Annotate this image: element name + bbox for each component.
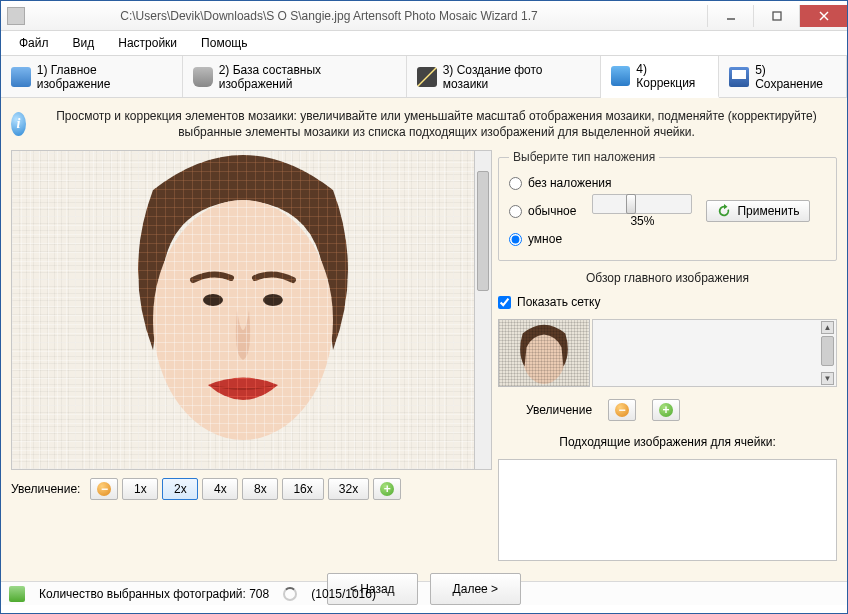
radio-label-normal: обычное (528, 204, 576, 218)
status-icon (9, 586, 25, 602)
radio-no-overlay[interactable] (509, 177, 522, 190)
radio-smart-overlay[interactable] (509, 233, 522, 246)
maximize-button[interactable] (753, 5, 799, 27)
minus-icon: − (615, 403, 629, 417)
minimize-button[interactable] (707, 5, 753, 27)
mosaic-preview[interactable] (11, 150, 475, 470)
loading-spinner-icon (283, 587, 297, 601)
image-icon (11, 67, 31, 87)
box-icon (611, 66, 631, 86)
minus-icon: − (97, 482, 111, 496)
show-grid-label: Показать сетку (517, 295, 601, 309)
apply-button[interactable]: Применить (706, 200, 810, 222)
scroll-down-icon[interactable]: ▼ (821, 372, 834, 385)
info-icon: i (11, 112, 26, 136)
overview-title: Обзор главного изображения (498, 271, 837, 285)
zoom-16x[interactable]: 16x (282, 478, 323, 500)
scroll-up-icon[interactable]: ▲ (821, 321, 834, 334)
database-icon (193, 67, 213, 87)
zoom-32x[interactable]: 32x (328, 478, 369, 500)
plus-icon: + (659, 403, 673, 417)
tab-main-image[interactable]: 1) Главное изображение (1, 56, 183, 97)
app-icon (7, 7, 25, 25)
matching-images-list[interactable] (498, 459, 837, 561)
close-button[interactable] (799, 5, 847, 27)
window-title: C:\Users\Devik\Downloads\S O S\angie.jpg… (31, 9, 707, 23)
overview-zoom-in[interactable]: + (652, 399, 680, 421)
overview-zoom-out[interactable]: − (608, 399, 636, 421)
menu-file[interactable]: Файл (9, 33, 59, 53)
zoom-in-button[interactable]: + (373, 478, 401, 500)
apply-label: Применить (737, 204, 799, 218)
zoom-out-button[interactable]: − (90, 478, 118, 500)
matching-title: Подходящие изображения для ячейки: (498, 435, 837, 449)
status-bar: Количество выбранных фотографий: 708 (10… (1, 581, 847, 605)
menu-bar: Файл Вид Настройки Помощь (1, 31, 847, 55)
tab-label: 5) Сохранение (755, 63, 836, 91)
overlay-slider[interactable] (592, 194, 692, 214)
zoom-8x[interactable]: 8x (242, 478, 278, 500)
wizard-tabs: 1) Главное изображение 2) База составных… (1, 55, 847, 98)
tab-correction[interactable]: 4) Коррекция (601, 56, 720, 98)
zoom-4x[interactable]: 4x (202, 478, 238, 500)
preview-scrollbar[interactable] (475, 150, 492, 470)
menu-settings[interactable]: Настройки (108, 33, 187, 53)
zoom-controls: Увеличение: − 1x 2x 4x 8x 16x 32x + (11, 478, 492, 500)
zoom-2x[interactable]: 2x (162, 478, 198, 500)
overview-scrollbar[interactable]: ▲ ▼ (592, 319, 837, 387)
tab-tiles-db[interactable]: 2) База составных изображений (183, 56, 407, 97)
refresh-icon (717, 204, 731, 218)
slider-value: 35% (630, 214, 654, 228)
svg-rect-1 (773, 12, 781, 20)
wand-icon (417, 67, 437, 87)
info-text: Просмотр и коррекция элементов мозаики: … (36, 108, 837, 140)
tab-save[interactable]: 5) Сохранение (719, 56, 847, 97)
status-photos: Количество выбранных фотографий: 708 (39, 587, 269, 601)
radio-label-smart: умное (528, 232, 562, 246)
radio-label-none: без наложения (528, 176, 612, 190)
zoom-label: Увеличение: (11, 482, 80, 496)
overview-zoom-label: Увеличение (526, 403, 592, 417)
save-icon (729, 67, 749, 87)
overlay-type-group: Выберите тип наложения без наложения обы… (498, 150, 837, 261)
overview-thumbnail[interactable] (498, 319, 590, 387)
status-progress: (1015/1016) (311, 587, 376, 601)
content-area: i Просмотр и коррекция элементов мозаики… (1, 98, 847, 581)
tab-label: 4) Коррекция (636, 62, 708, 90)
next-button[interactable]: Далее > (430, 573, 522, 605)
overlay-legend: Выберите тип наложения (509, 150, 659, 164)
show-grid-checkbox[interactable] (498, 296, 511, 309)
menu-help[interactable]: Помощь (191, 33, 257, 53)
menu-view[interactable]: Вид (63, 33, 105, 53)
zoom-1x[interactable]: 1x (122, 478, 158, 500)
radio-normal-overlay[interactable] (509, 205, 522, 218)
tab-label: 3) Создание фото мозаики (443, 63, 590, 91)
plus-icon: + (380, 482, 394, 496)
title-bar: C:\Users\Devik\Downloads\S O S\angie.jpg… (1, 1, 847, 31)
tab-label: 1) Главное изображение (37, 63, 172, 91)
tab-label: 2) База составных изображений (219, 63, 396, 91)
tab-create-mosaic[interactable]: 3) Создание фото мозаики (407, 56, 601, 97)
